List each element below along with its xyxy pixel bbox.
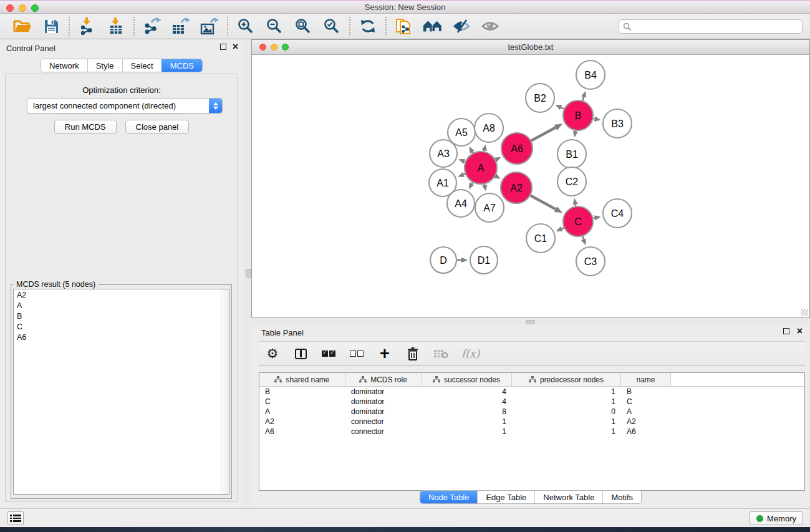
open-session-button[interactable] (12, 17, 32, 36)
criterion-select[interactable]: largest connected component (directed) (27, 98, 223, 114)
graph-node-A[interactable]: A (465, 152, 497, 184)
result-list-item[interactable]: B (14, 311, 229, 321)
window-resize-grip[interactable] (801, 309, 808, 316)
task-history-button[interactable] (7, 511, 24, 525)
zoom-in-button[interactable] (236, 17, 256, 36)
tab-style[interactable]: Style (87, 59, 122, 72)
graph-node-B4[interactable]: B4 (576, 60, 605, 89)
minimize-window-button[interactable] (19, 4, 26, 12)
graph-node-C2[interactable]: C2 (557, 167, 586, 196)
run-mcds-button[interactable]: Run MCDS (54, 120, 117, 134)
graph-node-B1[interactable]: B1 (557, 140, 586, 168)
graph-node-B3[interactable]: B3 (603, 109, 632, 138)
result-list-scrollbar[interactable] (221, 289, 229, 494)
edge-A6-B[interactable] (531, 128, 556, 141)
show-graphics-details-button[interactable] (480, 17, 500, 36)
memory-button[interactable]: Memory (750, 511, 803, 525)
edge-A-A5[interactable] (472, 152, 473, 153)
result-list-item[interactable]: A2 (14, 289, 229, 300)
tab-motifs[interactable]: Motifs (602, 491, 641, 503)
result-list-item[interactable]: A6 (14, 332, 229, 342)
edge-A2-C[interactable] (531, 195, 556, 209)
graph-node-D1[interactable]: D1 (470, 246, 498, 274)
tab-mcds[interactable]: MCDS (162, 59, 202, 72)
edge-A-A4[interactable] (472, 183, 473, 184)
graph-node-B2[interactable]: B2 (526, 84, 554, 112)
export-table-button[interactable] (171, 17, 191, 36)
graph-node-C1[interactable]: C1 (526, 224, 555, 253)
float-panel-icon[interactable] (220, 44, 226, 50)
edge-B-B4[interactable] (582, 97, 584, 100)
delete-table-button-disabled[interactable] (433, 345, 448, 362)
network-minimize-button[interactable] (271, 44, 277, 51)
close-panel-icon[interactable]: × (233, 44, 238, 50)
mcds-result-list[interactable]: A2ABCA6 (13, 289, 229, 495)
graph-node-A8[interactable]: A8 (475, 114, 503, 142)
edge-B-B2[interactable] (561, 107, 564, 109)
home-networks-button[interactable] (423, 17, 443, 36)
network-close-button[interactable] (259, 44, 266, 51)
tab-select[interactable]: Select (122, 59, 162, 72)
close-window-button[interactable] (6, 4, 14, 12)
horizontal-splitter-handle[interactable] (526, 320, 535, 324)
graph-node-A5[interactable]: A5 (448, 118, 475, 146)
graph-node-B[interactable]: B (563, 100, 593, 130)
node-table[interactable]: shared nameMCDS rolesuccessor nodesprede… (259, 372, 805, 491)
graph-node-D[interactable]: D (430, 247, 456, 273)
graph-node-A4[interactable]: A4 (447, 190, 475, 217)
table-row[interactable]: A2connector11A2 (259, 417, 804, 427)
select-all-button[interactable] (321, 345, 336, 362)
vertical-splitter-handle[interactable] (246, 269, 251, 278)
graph-node-C4[interactable]: C4 (603, 199, 632, 228)
search-input[interactable] (619, 19, 803, 34)
column-header-predecessor-nodes[interactable]: predecessor nodes (512, 373, 621, 386)
graph-node-A2[interactable]: A2 (501, 172, 532, 203)
function-builder-button-disabled[interactable]: f(x) (461, 345, 480, 362)
edge-C-C1[interactable] (562, 228, 564, 229)
save-session-button[interactable] (41, 17, 61, 36)
unselect-all-button[interactable] (349, 345, 364, 362)
tab-edge-table[interactable]: Edge Table (477, 491, 534, 503)
zoom-selected-button[interactable] (322, 17, 342, 36)
refresh-button[interactable] (358, 17, 378, 36)
graph-node-C[interactable]: C (563, 206, 593, 236)
float-table-panel-icon[interactable] (783, 328, 789, 334)
add-column-button[interactable]: + (377, 345, 392, 362)
table-row[interactable]: Adominator80A (259, 407, 804, 417)
tab-network-table[interactable]: Network Table (534, 491, 602, 503)
network-canvas[interactable]: AA1A2A3A4A5A6A7A8BB1B2B3B4CC1C2C3C4DD1 (252, 55, 809, 317)
network-graph[interactable]: AA1A2A3A4A5A6A7A8BB1B2B3B4CC1C2C3C4DD1 (252, 55, 809, 317)
import-table-button[interactable] (106, 17, 126, 36)
column-header-name[interactable]: name (621, 373, 671, 386)
network-from-file-button[interactable] (394, 17, 414, 36)
import-network-button[interactable] (77, 17, 97, 36)
table-row[interactable]: A6connector11A6 (259, 427, 804, 437)
result-list-item[interactable]: A (14, 300, 229, 311)
table-row[interactable]: Bdominator41B (259, 387, 804, 397)
zoom-fit-button[interactable] (293, 17, 313, 36)
show-hide-graphics-button[interactable] (451, 17, 471, 36)
zoom-window-button[interactable] (31, 4, 39, 12)
graph-node-A6[interactable]: A6 (501, 133, 533, 164)
tab-node-table[interactable]: Node Table (420, 491, 478, 503)
table-settings-button[interactable]: ⚙ (265, 345, 280, 362)
network-window-titlebar[interactable]: testGlobe.txt (252, 40, 809, 55)
close-panel-button[interactable]: Close panel (125, 120, 190, 134)
tab-network[interactable]: Network (41, 59, 87, 72)
export-network-button[interactable] (142, 17, 162, 36)
close-table-panel-icon[interactable]: × (797, 328, 803, 334)
zoom-out-button[interactable] (264, 17, 284, 36)
export-image-button[interactable] (200, 17, 219, 36)
column-header-successor-nodes[interactable]: successor nodes (422, 373, 512, 386)
column-header-shared-name[interactable]: shared name (259, 373, 345, 386)
result-list-item[interactable]: C (14, 321, 229, 332)
edge-A-A1[interactable] (464, 174, 465, 175)
network-zoom-button[interactable] (282, 44, 289, 51)
table-row[interactable]: Cdominator41C (259, 397, 804, 407)
graph-node-C3[interactable]: C3 (576, 247, 605, 276)
graph-node-A7[interactable]: A7 (475, 193, 504, 222)
delete-column-button[interactable] (405, 345, 420, 362)
show-columns-button[interactable] (293, 345, 308, 362)
edge-C-C3[interactable] (582, 236, 584, 239)
column-header-MCDS-role[interactable]: MCDS role (345, 373, 422, 386)
